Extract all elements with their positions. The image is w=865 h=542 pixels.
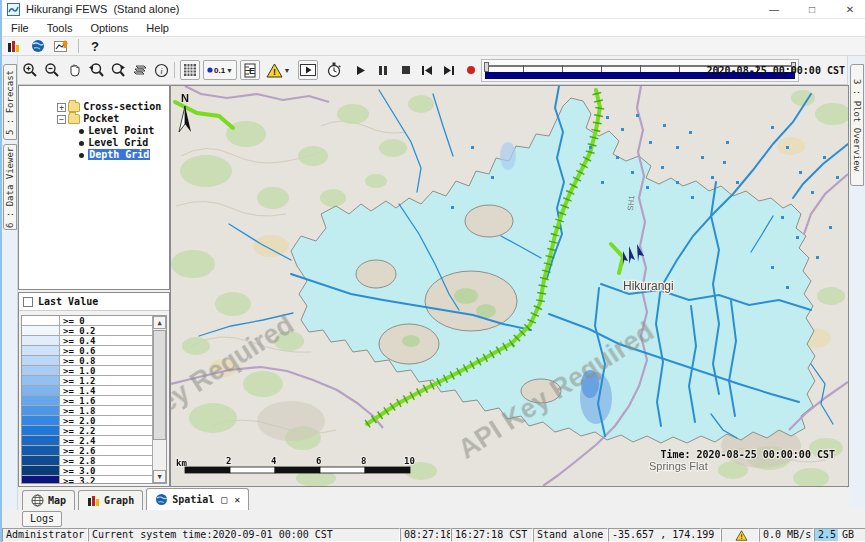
tab-plot-overview[interactable]: 3 : Plot Overview [850, 64, 864, 186]
legend-row: >= 1.0 [22, 366, 152, 376]
status-warning-cell[interactable]: ! [721, 528, 759, 542]
legend-row: >= 2.2 [22, 426, 152, 436]
maximize-button[interactable]: □ [795, 0, 829, 19]
tree-item-depth-grid[interactable]: Depth Grid [19, 137, 169, 149]
legend-swatch [22, 426, 60, 435]
legend-row: >= 0 [22, 316, 152, 326]
tab-graph[interactable]: Graph [78, 490, 143, 510]
legend-row: >= 0.4 [22, 336, 152, 346]
menu-file[interactable]: File [2, 22, 38, 34]
status-throughput: 0.0 MB/s [759, 528, 814, 542]
svg-text:i: i [160, 66, 163, 76]
zoom-out-icon [44, 62, 60, 78]
tab-spatial[interactable]: Spatial □ ✕ [146, 488, 249, 510]
pan-hand-icon [67, 63, 82, 78]
pan-button[interactable] [64, 60, 84, 80]
info-button[interactable]: i [151, 60, 171, 80]
layers-button[interactable] [130, 60, 150, 80]
pause-button[interactable] [373, 60, 393, 80]
legend-scrollbar[interactable]: ▲ ▼ [152, 316, 166, 483]
right-tab-strip: 3 : Plot Overview [847, 56, 865, 510]
minimize-button[interactable]: — [757, 0, 791, 19]
last-value-checkbox[interactable] [23, 297, 33, 307]
tab-close-icon[interactable]: ✕ [234, 494, 240, 505]
svg-text:E: E [249, 66, 255, 76]
map-toolbar: i 0.1 ▼ E ! ▼ [18, 56, 849, 85]
animation-panel-button[interactable] [298, 60, 318, 80]
time-slider-handle-start[interactable] [484, 62, 489, 72]
stop-button[interactable] [396, 60, 416, 80]
tree-item-cross-section[interactable]: +Cross-section [19, 89, 169, 101]
tree-item-pocket[interactable]: −Pocket [19, 101, 169, 113]
class-breaks-value: 0.1 [214, 66, 225, 75]
skip-end-button[interactable] [439, 60, 459, 80]
thresholds-dropdown[interactable]: ! ▼ [263, 60, 293, 80]
map-time-annotation: Time: 2020-08-25 00:00:00 CST [660, 449, 835, 460]
menu-help[interactable]: Help [137, 22, 178, 34]
status-memory: 2.5 GB [814, 528, 865, 542]
info-icon: i [154, 63, 169, 78]
status-mode: Stand alone [533, 528, 608, 542]
timeseries-button[interactable] [50, 38, 74, 55]
zoom-next-button[interactable] [108, 60, 128, 80]
tree-item-level-grid[interactable]: Level Grid [19, 125, 169, 137]
pause-icon [378, 65, 388, 76]
scrollbar-thumb[interactable] [153, 330, 166, 440]
legend-row: >= 2.0 [22, 416, 152, 426]
legend-row: >= 1.8 [22, 406, 152, 416]
tab-map[interactable]: Map [22, 490, 75, 510]
tab-maximize-icon[interactable]: □ [221, 494, 227, 505]
spatial-globe-icon [155, 493, 168, 506]
status-system-time: Current system time:2020-09-01 00:00 CST [88, 528, 400, 542]
left-tab-strip: 5 : Forecast 6 : Data Viewer [2, 56, 18, 510]
tab-map-label: Map [48, 495, 66, 506]
skip-start-button[interactable] [417, 60, 437, 80]
map-display-button[interactable] [26, 38, 50, 55]
dot-icon [207, 67, 213, 73]
zoom-previous-button[interactable] [86, 60, 106, 80]
svg-text:!: ! [740, 533, 744, 541]
zoom-out-button[interactable] [42, 60, 62, 80]
zoom-in-icon [22, 62, 38, 78]
status-bar: Administrator Current system time:2020-0… [2, 528, 865, 542]
tree-item-level-point[interactable]: Level Point [19, 113, 169, 125]
tab-data-viewer[interactable]: 6 : Data Viewer [3, 144, 17, 230]
legend-swatch [22, 396, 60, 405]
logs-button[interactable]: Logs [22, 511, 62, 527]
zoom-next-icon [110, 62, 127, 78]
menu-tools[interactable]: Tools [38, 22, 82, 34]
scroll-up-icon[interactable]: ▲ [153, 316, 166, 329]
status-coordinates: -35.657 , 174.199 [608, 528, 721, 542]
legend-swatch [22, 326, 60, 335]
explorer-button[interactable] [2, 38, 26, 55]
class-breaks-dropdown[interactable]: 0.1 ▼ [203, 60, 237, 80]
close-button[interactable]: ✕ [833, 0, 865, 19]
scale-toggle-button[interactable]: E [240, 60, 260, 80]
warning-icon: ! [266, 63, 283, 78]
grid-toggle-button[interactable] [180, 60, 200, 80]
zoom-in-button[interactable] [20, 60, 40, 80]
legend-swatch [22, 476, 60, 484]
animation-settings-button[interactable] [324, 60, 344, 80]
legend-label: >= 0.8 [60, 356, 152, 365]
status-local-time: 16:27:18 CST [451, 528, 533, 542]
skip-start-icon [421, 65, 433, 76]
legend-swatch [22, 316, 60, 325]
bottom-tab-bar: Map Graph Spatial □ ✕ [18, 488, 849, 510]
map-canvas[interactable]: API Key Required API Key Required Hikura… [171, 86, 848, 486]
status-user: Administrator [2, 528, 88, 542]
help-button[interactable]: ? [83, 38, 107, 55]
record-button[interactable] [461, 60, 481, 80]
app-logo-icon [7, 3, 20, 16]
logs-row: Logs [18, 510, 849, 528]
legend-row: >= 0.2 [22, 326, 152, 336]
tab-forecast[interactable]: 5 : Forecast [3, 64, 17, 140]
scale-tick-label: 2 [226, 456, 231, 466]
legend-row: >= 2.4 [22, 436, 152, 446]
map-viewport[interactable]: API Key Required API Key Required Hikura… [170, 85, 849, 487]
legend-swatch [22, 366, 60, 375]
play-button[interactable] [350, 60, 370, 80]
menu-options[interactable]: Options [81, 22, 137, 34]
scroll-down-icon[interactable]: ▼ [153, 470, 166, 483]
town-label: Hikurangi [623, 279, 674, 293]
